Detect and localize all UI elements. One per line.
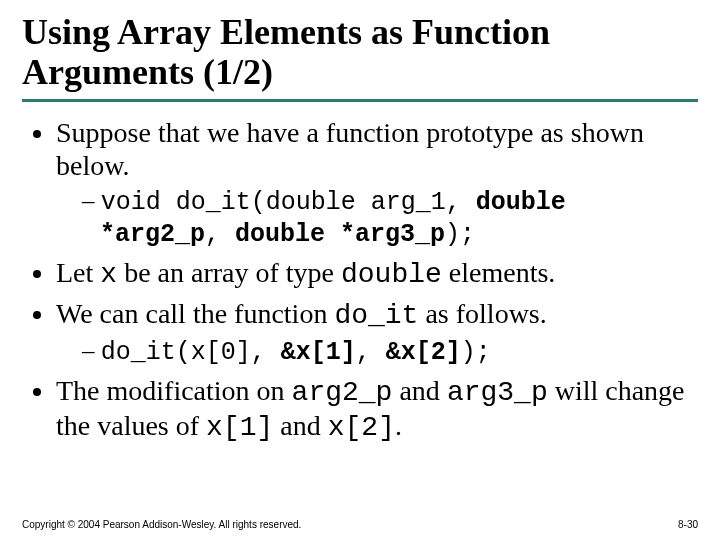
code: void do_it(double arg_1, xyxy=(101,188,476,217)
text: . xyxy=(395,410,402,441)
text: We can call the function xyxy=(56,298,334,329)
text: elements. xyxy=(442,257,556,288)
slide-title: Using Array Elements as Function Argumen… xyxy=(22,12,698,93)
code: ); xyxy=(461,338,491,367)
bullet-call: We can call the function do_it as follow… xyxy=(56,297,698,368)
code: x[1] xyxy=(206,412,273,443)
code: do_it(x[0], xyxy=(101,338,281,367)
code: ); xyxy=(445,220,475,249)
prototype-line: void do_it(double arg_1, double *arg2_p,… xyxy=(82,186,698,250)
sub-list-call: do_it(x[0], &x[1], &x[2]); xyxy=(56,336,698,368)
code: , xyxy=(205,220,235,249)
code-bold: &x[1] xyxy=(281,338,356,367)
code-bold: &x[2] xyxy=(386,338,461,367)
code: arg3_p xyxy=(447,377,548,408)
slide-footer: Copyright © 2004 Pearson Addison-Wesley.… xyxy=(22,519,698,530)
text: Suppose that we have a function prototyp… xyxy=(56,117,644,181)
code-bold: double *arg3_p xyxy=(235,220,445,249)
bullet-list: Suppose that we have a function prototyp… xyxy=(22,116,698,444)
text: be an array of type xyxy=(117,257,341,288)
text: and xyxy=(392,375,446,406)
sub-list-prototype: void do_it(double arg_1, double *arg2_p,… xyxy=(56,186,698,250)
text: as follows. xyxy=(418,298,546,329)
code: arg2_p xyxy=(292,377,393,408)
code: x xyxy=(100,259,117,290)
bullet-intro: Suppose that we have a function prototyp… xyxy=(56,116,698,250)
code: do_it xyxy=(334,300,418,331)
text: Let xyxy=(56,257,100,288)
code: double xyxy=(341,259,442,290)
page-number: 8-30 xyxy=(678,519,698,530)
title-underline xyxy=(22,99,698,102)
bullet-let-x: Let x be an array of type double element… xyxy=(56,256,698,291)
text: and xyxy=(273,410,327,441)
code: , xyxy=(356,338,386,367)
call-line: do_it(x[0], &x[1], &x[2]); xyxy=(82,336,698,368)
slide: Using Array Elements as Function Argumen… xyxy=(0,0,720,540)
bullet-modification: The modification on arg2_p and arg3_p wi… xyxy=(56,374,698,444)
copyright-text: Copyright © 2004 Pearson Addison-Wesley.… xyxy=(22,519,301,530)
text: The modification on xyxy=(56,375,292,406)
code: x[2] xyxy=(328,412,395,443)
